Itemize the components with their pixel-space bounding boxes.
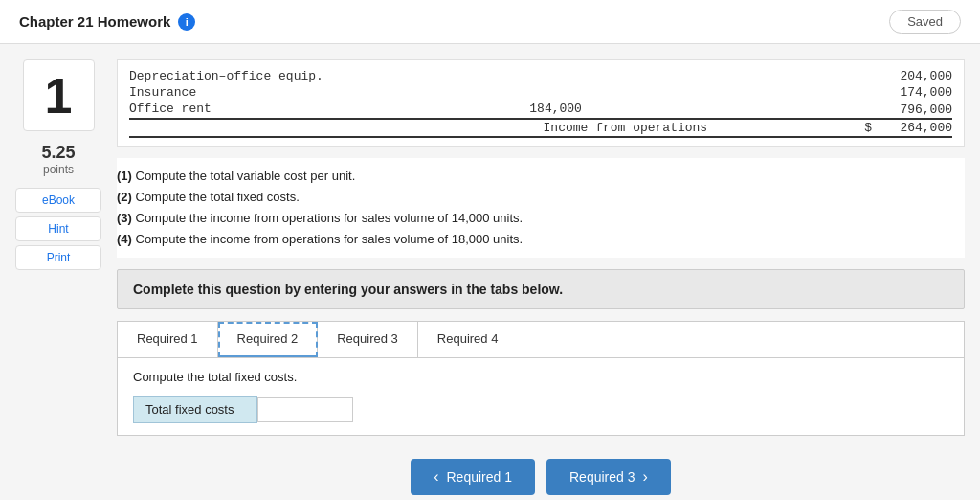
page-header: Chapter 21 Homework i Saved	[0, 0, 980, 44]
fin-total-row: Income from operations $ 264,000	[129, 118, 952, 138]
points-value: 5.25	[41, 143, 75, 163]
fin-total-amount: 264,000	[876, 121, 952, 135]
sidebar-links: eBook Hint Print	[15, 188, 101, 270]
main-layout: 1 5.25 points eBook Hint Print Depreciat…	[0, 44, 980, 500]
next-label: Required 3	[569, 469, 635, 485]
fin-row-3: Office rent 184,000 796,000	[129, 101, 952, 118]
nav-buttons: ‹ Required 1 Required 3 ›	[117, 447, 965, 499]
instruction-key-4: (4)	[117, 232, 132, 246]
points-section: 5.25 points	[41, 143, 75, 176]
input-label: Total fixed costs	[133, 396, 257, 423]
fin-total-dollar: $	[864, 121, 872, 135]
question-number: 1	[45, 67, 73, 125]
fin-row-1: Depreciation–office equip. 204,000	[129, 68, 952, 84]
page-title: Chapter 21 Homework	[19, 13, 170, 30]
next-arrow: ›	[643, 468, 648, 486]
fin-label-3: Office rent	[129, 102, 212, 117]
fin-total-label: Income from operations	[544, 121, 708, 135]
fin-amount-2: 174,000	[876, 85, 952, 100]
instruction-key-1: (1)	[117, 169, 132, 183]
ebook-link[interactable]: eBook	[15, 188, 101, 213]
points-label: points	[41, 163, 75, 176]
prev-arrow: ‹	[434, 468, 438, 486]
input-row: Total fixed costs	[133, 396, 948, 423]
question-box-text: Complete this question by entering your …	[133, 282, 563, 297]
prev-button[interactable]: ‹ Required 1	[411, 459, 535, 495]
fin-label-1: Depreciation–office equip.	[129, 69, 323, 83]
print-link[interactable]: Print	[15, 245, 101, 270]
prev-label: Required 1	[447, 469, 513, 485]
instruction-4: (4) Compute the income from operations f…	[117, 229, 965, 250]
instruction-1: (1) Compute the total variable cost per …	[117, 166, 965, 187]
tab-instruction: Compute the total fixed costs.	[133, 370, 948, 384]
fin-subtotal: 796,000	[876, 102, 952, 117]
fin-row-2: Insurance 174,000	[129, 84, 952, 101]
tabs-container: Required 1 Required 2 Required 3 Require…	[117, 321, 965, 436]
total-fixed-costs-input[interactable]	[257, 397, 353, 422]
question-box: Complete this question by entering your …	[117, 269, 965, 309]
tab-required-1[interactable]: Required 1	[118, 322, 218, 357]
content-area: Depreciation–office equip. 204,000 Insur…	[117, 59, 965, 499]
instruction-key-3: (3)	[117, 211, 132, 225]
left-sidebar: 1 5.25 points eBook Hint Print	[15, 59, 101, 499]
fin-amount-1: 204,000	[876, 69, 952, 83]
instruction-key-2: (2)	[117, 190, 132, 204]
tab-content: Compute the total fixed costs. Total fix…	[118, 358, 964, 435]
instruction-2: (2) Compute the total fixed costs.	[117, 187, 965, 208]
next-button[interactable]: Required 3 ›	[546, 459, 671, 495]
tab-required-3[interactable]: Required 3	[318, 322, 418, 357]
question-number-box: 1	[23, 59, 95, 131]
info-icon[interactable]: i	[178, 13, 195, 31]
tabs-header: Required 1 Required 2 Required 3 Require…	[118, 322, 964, 358]
fin-amount-3: 184,000	[505, 102, 582, 117]
tab-required-2[interactable]: Required 2	[218, 322, 319, 357]
saved-badge: Saved	[889, 10, 961, 34]
instruction-3: (3) Compute the income from operations f…	[117, 208, 965, 229]
hint-link[interactable]: Hint	[15, 216, 101, 241]
financial-table: Depreciation–office equip. 204,000 Insur…	[117, 59, 965, 147]
instructions: (1) Compute the total variable cost per …	[117, 158, 965, 258]
fin-label-2: Insurance	[129, 85, 196, 100]
tab-required-4[interactable]: Required 4	[418, 322, 518, 357]
